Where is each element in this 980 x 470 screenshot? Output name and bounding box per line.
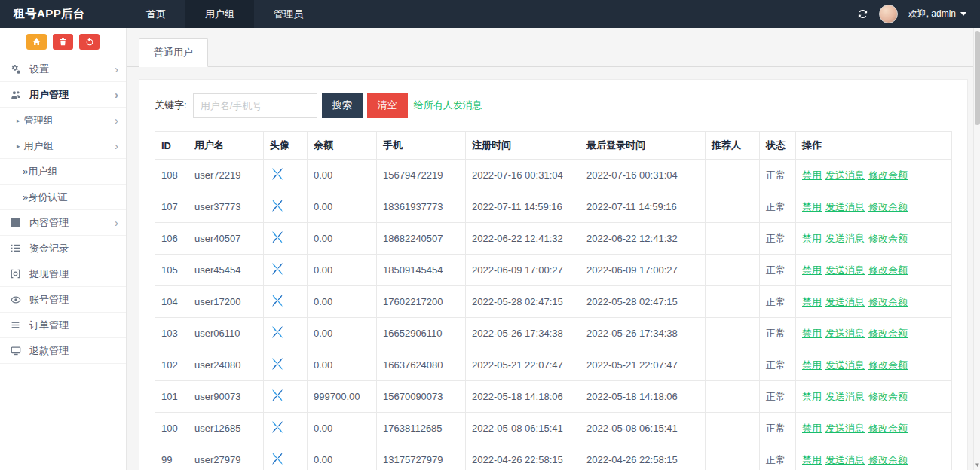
cell-last-login: 2022-05-08 06:15:41 <box>580 413 706 444</box>
cell-phone: 16637624080 <box>377 349 466 381</box>
send-message-link[interactable]: 发送消息 <box>825 169 865 181</box>
cell-username: user06110 <box>188 318 264 349</box>
sidebar-item[interactable]: »用户组 <box>0 159 126 185</box>
disable-link[interactable]: 禁用 <box>802 201 822 212</box>
sidebar-item[interactable]: »身份认证 <box>0 185 126 210</box>
disable-link[interactable]: 禁用 <box>802 454 822 465</box>
cell-last-login: 2022-05-18 14:18:06 <box>580 381 706 413</box>
sidebar-item[interactable]: ▸管理组› <box>0 108 126 133</box>
welcome-text: 欢迎, admin <box>908 8 956 20</box>
cell-actions: 禁用发送消息修改余额 <box>796 160 952 191</box>
table-row: 105user454540.00185091454542022-06-09 17… <box>155 255 952 286</box>
search-input[interactable] <box>193 93 317 118</box>
edit-balance-link[interactable]: 修改余额 <box>868 169 908 181</box>
sidebar-item[interactable]: 退款管理 <box>0 338 126 364</box>
cell-referrer <box>706 381 760 413</box>
scrollbar-down-arrow[interactable]: ▼ <box>974 462 980 468</box>
cell-registered: 2022-05-08 06:15:41 <box>466 413 580 444</box>
cell-referrer <box>706 191 760 223</box>
send-message-link[interactable]: 发送消息 <box>825 264 865 276</box>
cell-status: 正常 <box>760 318 796 349</box>
cell-last-login: 2022-06-09 17:00:27 <box>580 255 706 286</box>
home-button[interactable] <box>26 34 47 50</box>
cell-referrer <box>706 444 760 470</box>
edit-balance-link[interactable]: 修改余额 <box>868 359 908 371</box>
refresh-icon[interactable] <box>857 8 868 20</box>
send-message-link[interactable]: 发送消息 <box>825 423 865 434</box>
scrollbar-track[interactable]: ▼ <box>973 28 980 470</box>
tab-normal-users[interactable]: 普通用户 <box>139 38 208 67</box>
send-message-link[interactable]: 发送消息 <box>825 296 865 307</box>
sidebar-item[interactable]: 账号管理 <box>0 287 126 313</box>
chevron-right-icon: › <box>115 63 118 75</box>
cell-referrer <box>706 223 760 255</box>
disable-link[interactable]: 禁用 <box>802 328 822 339</box>
disable-link[interactable]: 禁用 <box>802 264 822 276</box>
column-header: 头像 <box>264 132 308 160</box>
search-button[interactable]: 搜索 <box>322 93 363 118</box>
edit-balance-link[interactable]: 修改余额 <box>868 423 908 434</box>
triangle-right-icon: ▸ <box>17 142 20 150</box>
sidebar-item[interactable]: 提现管理 <box>0 261 126 287</box>
chevron-right-icon: › <box>115 114 118 126</box>
sidebar-item[interactable]: 内容管理› <box>0 210 126 236</box>
nav-item-2[interactable]: 管理员 <box>254 0 323 28</box>
nav-item-0[interactable]: 首页 <box>127 0 185 28</box>
sidebar-item-label: 用户组 <box>24 139 54 153</box>
user-avatar-icon <box>270 325 285 340</box>
cell-avatar <box>264 381 308 413</box>
edit-balance-link[interactable]: 修改余额 <box>868 201 908 212</box>
sidebar-item[interactable]: ▸用户组› <box>0 133 126 159</box>
disable-link[interactable]: 禁用 <box>802 391 822 402</box>
clear-button[interactable]: 清空 <box>367 93 408 118</box>
user-avatar-icon <box>270 230 285 245</box>
cell-actions: 禁用发送消息修改余额 <box>796 255 952 286</box>
disable-link[interactable]: 禁用 <box>802 359 822 371</box>
sidebar-item[interactable]: 设置› <box>0 56 126 82</box>
refresh-button[interactable] <box>79 34 100 50</box>
send-message-link[interactable]: 发送消息 <box>825 201 865 212</box>
cell-actions: 禁用发送消息修改余额 <box>796 381 952 413</box>
cell-phone: 16652906110 <box>377 318 466 349</box>
edit-balance-link[interactable]: 修改余额 <box>868 264 908 276</box>
user-avatar-icon <box>270 166 285 182</box>
app-title: 租号APP后台 <box>0 0 127 28</box>
send-message-link[interactable]: 发送消息 <box>825 233 865 244</box>
disable-link[interactable]: 禁用 <box>802 233 822 244</box>
disable-link[interactable]: 禁用 <box>802 423 822 434</box>
send-message-link[interactable]: 发送消息 <box>825 359 865 371</box>
send-message-link[interactable]: 发送消息 <box>825 454 865 465</box>
cell-avatar <box>264 349 308 381</box>
cell-phone: 15679472219 <box>377 160 466 191</box>
trash-button[interactable] <box>53 34 73 50</box>
cell-balance: 0.00 <box>308 160 377 191</box>
edit-balance-link[interactable]: 修改余额 <box>868 328 908 339</box>
cell-referrer <box>706 318 760 349</box>
broadcast-message-link[interactable]: 给所有人发消息 <box>414 99 482 112</box>
sidebar-item[interactable]: 订单管理 <box>0 313 126 338</box>
user-avatar-icon <box>270 451 285 466</box>
scrollbar-thumb[interactable] <box>975 31 980 125</box>
welcome-dropdown[interactable]: 欢迎, admin <box>908 8 966 20</box>
table-header-row: ID用户名头像余额手机注册时间最后登录时间推荐人状态操作 <box>155 132 952 160</box>
send-message-link[interactable]: 发送消息 <box>825 391 865 402</box>
search-bar: 关键字: 搜索 清空 给所有人发消息 <box>155 93 952 118</box>
disable-link[interactable]: 禁用 <box>802 169 822 181</box>
edit-balance-link[interactable]: 修改余额 <box>868 296 908 307</box>
edit-balance-link[interactable]: 修改余额 <box>868 391 908 402</box>
sidebar-item[interactable]: 用户管理› <box>0 82 126 108</box>
cell-referrer <box>706 349 760 381</box>
nav-item-1[interactable]: 用户组 <box>185 0 254 28</box>
sidebar-item[interactable]: 资金记录 <box>0 236 126 261</box>
cell-balance: 999700.00 <box>308 381 377 413</box>
disable-link[interactable]: 禁用 <box>802 296 822 307</box>
column-header: 余额 <box>308 132 377 160</box>
edit-balance-link[interactable]: 修改余额 <box>868 454 908 465</box>
table-row: 106user405070.00186822405072022-06-22 12… <box>155 223 952 255</box>
eye-icon <box>11 295 26 305</box>
send-message-link[interactable]: 发送消息 <box>825 328 865 339</box>
column-header: ID <box>155 132 188 160</box>
table-row: 101user90073999700.00156700900732022-05-… <box>155 381 952 413</box>
edit-balance-link[interactable]: 修改余额 <box>868 233 908 244</box>
cell-status: 正常 <box>760 191 796 223</box>
